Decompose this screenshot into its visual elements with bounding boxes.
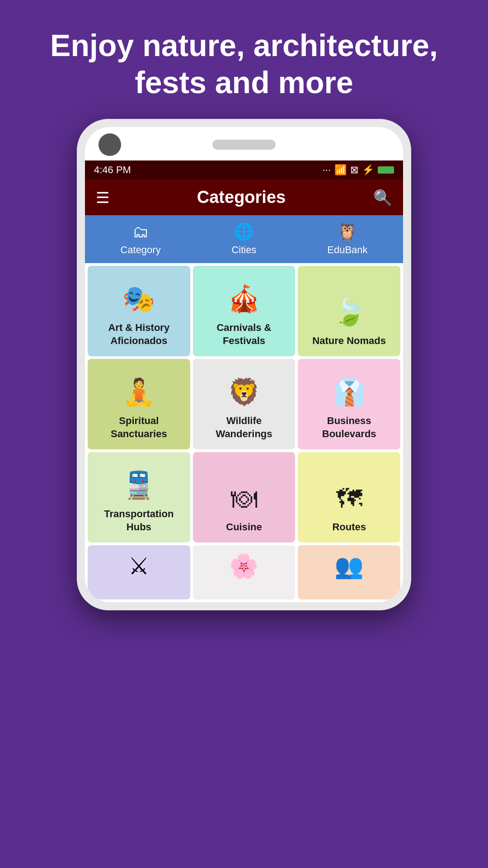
- speaker: [212, 140, 276, 150]
- card-art-history[interactable]: 🎭 Art & History Aficionados: [88, 266, 190, 356]
- wildlife-icon: 🦁: [228, 377, 260, 407]
- category-tab-label: Category: [120, 244, 160, 256]
- card-warrior[interactable]: ⚔: [88, 545, 190, 599]
- card-spiritual[interactable]: 🧘 Spiritual Sanctuaries: [88, 359, 190, 449]
- phone-mockup: 4:46 PM ··· 📶 ⊠ ⚡ ☰ Categories 🔍 🗂 Categ…: [77, 119, 411, 610]
- card-cuisine[interactable]: 🍽 Cuisine: [193, 452, 296, 542]
- tab-edubank[interactable]: 🦉 EduBank: [318, 220, 376, 259]
- cities-tab-icon: 🌐: [234, 222, 254, 241]
- spiritual-icon: 🧘: [122, 377, 155, 407]
- tab-bar: 🗂 Category 🌐 Cities 🦉 EduBank: [85, 215, 403, 263]
- card-nature-nomads[interactable]: 🍃 Nature Nomads: [298, 266, 400, 356]
- warrior-icon: ⚔: [128, 552, 150, 580]
- transportation-icon: 🚆: [122, 470, 155, 500]
- wildlife-label: Wildlife Wanderings: [197, 415, 291, 440]
- wifi-icon: 📶: [334, 164, 347, 176]
- hero-section: Enjoy nature, architecture, fests and mo…: [0, 0, 488, 119]
- art-history-label: Art & History Aficionados: [92, 321, 186, 347]
- categories-grid: 🎭 Art & History Aficionados 🎪 Carnivals …: [85, 263, 403, 545]
- app-title: Categories: [197, 188, 286, 207]
- carnivals-label: Carnivals & Festivals: [197, 321, 291, 347]
- tab-category[interactable]: 🗂 Category: [111, 220, 169, 259]
- art-history-icon: 🎭: [122, 283, 155, 314]
- partial-row: ⚔ 🌸 👥: [85, 545, 403, 602]
- nature-nomads-label: Nature Nomads: [312, 335, 386, 348]
- edubank-tab-label: EduBank: [327, 244, 367, 256]
- hamburger-menu-icon[interactable]: ☰: [96, 189, 109, 207]
- signal-icon: ⊠: [350, 164, 358, 176]
- phone-notch: [85, 127, 403, 160]
- card-wildlife[interactable]: 🦁 Wildlife Wanderings: [193, 359, 296, 449]
- routes-icon: 🗺: [336, 483, 362, 514]
- card-carnivals[interactable]: 🎪 Carnivals & Festivals: [193, 266, 296, 356]
- phone-screen: 4:46 PM ··· 📶 ⊠ ⚡ ☰ Categories 🔍 🗂 Categ…: [85, 160, 403, 602]
- status-time: 4:46 PM: [94, 164, 131, 176]
- routes-label: Routes: [332, 521, 366, 534]
- cities-tab-label: Cities: [231, 244, 256, 256]
- card-routes[interactable]: 🗺 Routes: [298, 452, 400, 542]
- hero-text: Enjoy nature, architecture, fests and mo…: [0, 0, 488, 119]
- edubank-tab-icon: 🦉: [337, 222, 357, 241]
- cuisine-label: Cuisine: [226, 521, 262, 534]
- business-label: Business Boulevards: [302, 415, 396, 440]
- spiritual-label: Spiritual Sanctuaries: [92, 415, 186, 440]
- category-tab-icon: 🗂: [132, 222, 149, 241]
- app-bar: ☰ Categories 🔍: [85, 179, 403, 215]
- camera-icon: [99, 133, 121, 156]
- status-bar: 4:46 PM ··· 📶 ⊠ ⚡: [85, 160, 403, 179]
- cuisine-icon: 🍽: [231, 483, 257, 514]
- business-icon: 👔: [333, 377, 366, 407]
- lightning-icon: ⚡: [362, 164, 374, 176]
- dots-icon: ···: [323, 164, 331, 176]
- tab-cities[interactable]: 🌐 Cities: [222, 220, 265, 259]
- card-business[interactable]: 👔 Business Boulevards: [298, 359, 400, 449]
- people-icon: 👥: [334, 552, 364, 580]
- card-flower[interactable]: 🌸: [193, 545, 296, 599]
- card-people[interactable]: 👥: [298, 545, 400, 599]
- status-icons: ··· 📶 ⊠ ⚡: [323, 164, 394, 176]
- transportation-label: Transportation Hubs: [92, 508, 186, 533]
- card-transportation[interactable]: 🚆 Transportation Hubs: [88, 452, 190, 542]
- nature-nomads-icon: 🍃: [333, 297, 366, 327]
- battery-icon: [378, 166, 394, 174]
- search-button[interactable]: 🔍: [373, 189, 392, 207]
- carnivals-icon: 🎪: [228, 283, 260, 314]
- flower-icon: 🌸: [229, 552, 258, 580]
